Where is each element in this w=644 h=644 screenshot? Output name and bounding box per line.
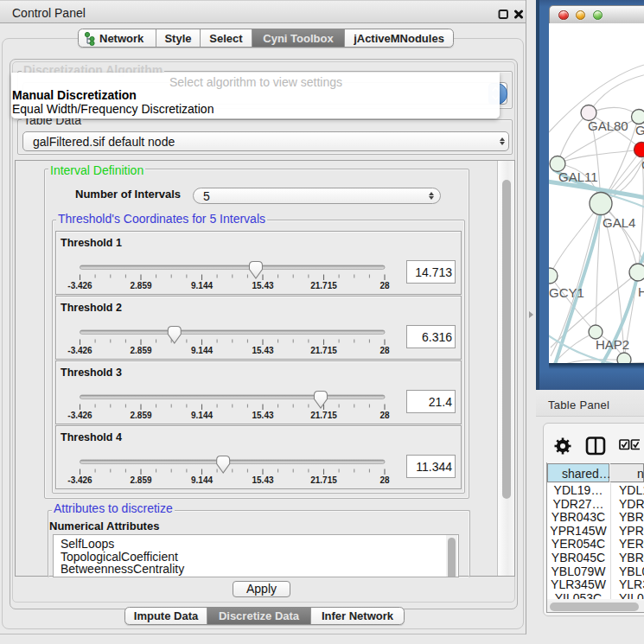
- svg-text:28: 28: [379, 346, 390, 355]
- svg-text:-3.426: -3.426: [67, 475, 92, 485]
- svg-text:21.715: 21.715: [310, 346, 337, 355]
- svg-text:GAL11: GAL11: [558, 169, 598, 184]
- svg-text:-3.426: -3.426: [67, 281, 92, 290]
- svg-text:15.43: 15.43: [252, 411, 273, 420]
- svg-text:HAP2: HAP2: [596, 337, 629, 352]
- svg-text:GCY1: GCY1: [549, 285, 584, 300]
- svg-text:2.859: 2.859: [130, 281, 151, 290]
- svg-text:9.144: 9.144: [191, 411, 213, 420]
- svg-text:2.859: 2.859: [130, 346, 151, 355]
- svg-text:21.715: 21.715: [310, 475, 337, 485]
- svg-text:15.43: 15.43: [252, 475, 273, 485]
- svg-text:28: 28: [379, 281, 390, 290]
- svg-text:21.715: 21.715: [310, 411, 337, 420]
- svg-text:28: 28: [379, 411, 390, 420]
- svg-text:-3.426: -3.426: [67, 411, 92, 420]
- svg-text:28: 28: [379, 475, 390, 485]
- svg-text:21.715: 21.715: [310, 281, 337, 290]
- svg-text:9.144: 9.144: [191, 346, 213, 355]
- svg-text:GA: GA: [635, 123, 644, 137]
- svg-text:15.43: 15.43: [252, 346, 273, 355]
- svg-text:H: H: [638, 284, 644, 299]
- svg-text:-3.426: -3.426: [67, 346, 92, 355]
- svg-text:9.144: 9.144: [191, 475, 213, 485]
- svg-text:9.144: 9.144: [191, 281, 213, 290]
- svg-text:GAL4: GAL4: [603, 215, 635, 230]
- svg-text:GAL80: GAL80: [588, 118, 628, 133]
- svg-text:2.859: 2.859: [130, 411, 151, 420]
- svg-text:2.859: 2.859: [130, 475, 151, 485]
- svg-text:15.43: 15.43: [252, 281, 273, 290]
